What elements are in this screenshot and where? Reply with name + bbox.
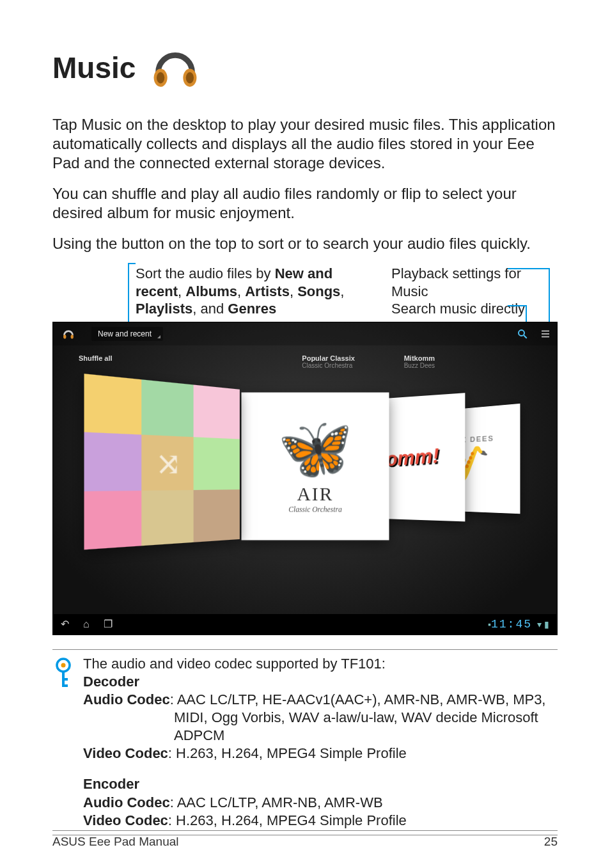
recents-icon[interactable]: ❐ xyxy=(104,618,113,630)
dec-audio-l3: ADPCM xyxy=(174,727,558,745)
svg-point-12 xyxy=(61,663,66,667)
enc-video-label: Video Codec xyxy=(83,812,168,828)
label-3-sub: Buzz Dees xyxy=(404,362,531,369)
decoder-label: Decoder xyxy=(83,674,139,690)
label-shuffle: Shuffle all xyxy=(79,354,206,369)
intro-paragraph-1: Tap Music on the desktop to play your de… xyxy=(52,115,558,173)
home-icon[interactable]: ⌂ xyxy=(83,619,90,630)
footer-left: ASUS Eee Pad Manual xyxy=(52,835,179,849)
callout-s2: , xyxy=(237,283,245,299)
leader-line xyxy=(128,263,129,330)
callout-s5: , and xyxy=(192,301,228,317)
callout-b5: Playlists xyxy=(136,301,192,317)
cover2-sub: Classic Orchestra xyxy=(288,505,341,513)
callout-s3: , xyxy=(290,283,297,299)
note-key-icon xyxy=(52,658,74,830)
cover2-brand: AIR xyxy=(297,483,334,505)
svg-point-5 xyxy=(71,335,74,338)
album-labels-row: Shuffle all Popular Classix Classic Orch… xyxy=(53,354,557,369)
callout-s1: , xyxy=(178,283,185,299)
callout-b2: Albums xyxy=(185,283,237,299)
label-shuffle-title: Shuffle all xyxy=(79,354,113,362)
enc-video-val: : H.263, H.264, MPEG4 Simple Profile xyxy=(168,812,407,828)
album-cover-shuffle[interactable]: ⤨ xyxy=(84,374,240,549)
dec-audio-l1: : AAC LC/LTP, HE-AACv1(AAC+), AMR-NB, AM… xyxy=(170,691,546,707)
callout-b6: Genres xyxy=(228,301,276,317)
butterfly-icon: 🦋 xyxy=(278,413,353,483)
app-headphones-icon[interactable] xyxy=(59,325,77,343)
svg-point-6 xyxy=(519,330,524,336)
intro-paragraph-3: Using the button on the top to sort or t… xyxy=(52,234,558,253)
callout-playback: Playback settings for Music xyxy=(391,265,558,300)
headphones-icon xyxy=(147,38,203,97)
note-separator-top xyxy=(52,649,558,650)
page-footer: ASUS Eee Pad Manual 25 xyxy=(52,830,558,849)
label-2-title: Popular Classix xyxy=(302,354,355,362)
clock: 11:45 xyxy=(491,618,532,631)
callout-sort-text: Sort the audio files by xyxy=(136,265,275,281)
album-carousel[interactable]: BUZZ DEES 🎷 tkomm! 🦋 AIR Classic Orchest… xyxy=(53,374,557,609)
note-intro: The audio and video codec supported by T… xyxy=(83,655,558,673)
footer-page-number: 25 xyxy=(544,835,558,849)
page-title: Music xyxy=(52,51,136,85)
callout-b4: Songs xyxy=(297,283,340,299)
search-icon[interactable] xyxy=(511,322,534,345)
battery-icon: ▮ xyxy=(544,619,549,629)
menu-icon[interactable] xyxy=(534,322,557,345)
dec-video-val: : H.263, H.264, MPEG4 Simple Profile xyxy=(168,745,407,761)
svg-point-3 xyxy=(186,72,194,84)
callout-search: Search music directly xyxy=(391,300,558,318)
app-topbar: New and recent xyxy=(53,322,557,345)
callout-b3: Artists xyxy=(245,283,290,299)
dec-audio-l2: MIDI, Ogg Vorbis, WAV a-law/u-law, WAV d… xyxy=(174,709,558,727)
album-cover-2[interactable]: 🦋 AIR Classic Orchestra xyxy=(242,392,389,540)
encoder-label: Encoder xyxy=(83,776,139,792)
title-row: Music xyxy=(52,38,558,97)
label-album-3: Mitkomm Buzz Dees xyxy=(404,354,531,369)
sort-dropdown[interactable]: New and recent xyxy=(91,327,163,341)
callout-s4: , xyxy=(340,283,344,299)
enc-audio-label: Audio Codec xyxy=(83,794,170,810)
callout-sort: Sort the audio files by New and recent, … xyxy=(136,265,372,318)
enc-audio-val: : AAC LC/LTP, AMR-NB, AMR-WB xyxy=(170,794,383,810)
leader-line xyxy=(508,305,527,306)
leader-line xyxy=(508,268,550,269)
svg-line-7 xyxy=(524,335,527,338)
dec-video-label: Video Codec xyxy=(83,745,168,761)
svg-point-2 xyxy=(157,72,164,84)
wifi-icon: ▾ xyxy=(537,619,542,629)
callout-right-group: Playback settings for Music Search music… xyxy=(391,265,558,318)
note-body: The audio and video codec supported by T… xyxy=(83,655,558,830)
intro-paragraph-2: You can shuffle and play all audio files… xyxy=(52,184,558,223)
dec-audio-label: Audio Codec xyxy=(83,691,170,707)
back-icon[interactable]: ↶ xyxy=(61,618,69,630)
label-3-title: Mitkomm xyxy=(404,354,435,362)
music-app-screenshot: New and recent Shuffle all Popular Class… xyxy=(52,322,558,635)
svg-point-4 xyxy=(63,335,66,338)
system-navbar: ↶ ⌂ ❐ ▪ 11:45 ▾ ▮ xyxy=(53,614,557,635)
shuffle-icon: ⤨ xyxy=(155,443,181,481)
note-box: The audio and video codec supported by T… xyxy=(52,655,558,830)
